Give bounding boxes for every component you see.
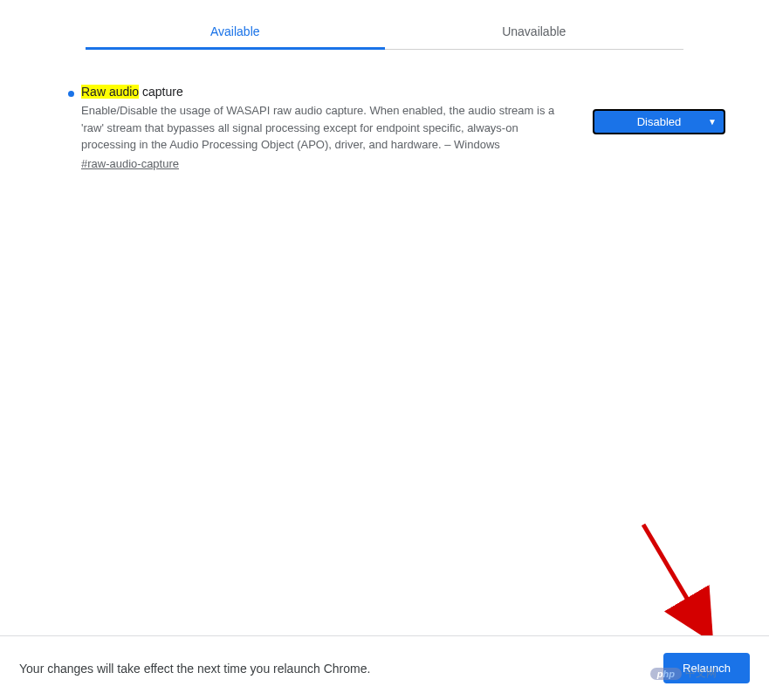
watermark: php 中文网 — [650, 666, 717, 681]
chevron-down-icon: ▼ — [708, 117, 717, 127]
watermark-text: 中文网 — [685, 666, 717, 681]
flag-title-highlight: Raw audio — [81, 85, 139, 99]
svg-line-1 — [643, 525, 700, 621]
flag-text-block: Raw audio capture Enable/Disable the usa… — [81, 85, 593, 171]
footer-message: Your changes will take effect the next t… — [19, 662, 370, 676]
tab-unavailable[interactable]: Unavailable — [385, 17, 684, 50]
tab-bar: Available Unavailable — [86, 17, 683, 50]
flag-description: Enable/Disable the usage of WASAPI raw a… — [81, 102, 575, 154]
flag-title-rest: capture — [139, 85, 183, 99]
annotation-arrow-icon — [635, 520, 731, 642]
flag-anchor-link[interactable]: #raw-audio-capture — [81, 157, 179, 170]
flag-title: Raw audio capture — [81, 85, 575, 99]
watermark-badge: php — [650, 668, 682, 680]
flag-bullet-icon — [68, 91, 74, 97]
tab-available[interactable]: Available — [86, 17, 385, 50]
flag-row: Raw audio capture Enable/Disable the usa… — [68, 85, 725, 171]
flag-state-dropdown[interactable]: Disabled ▼ — [593, 109, 725, 134]
dropdown-selected-label: Disabled — [601, 115, 717, 128]
